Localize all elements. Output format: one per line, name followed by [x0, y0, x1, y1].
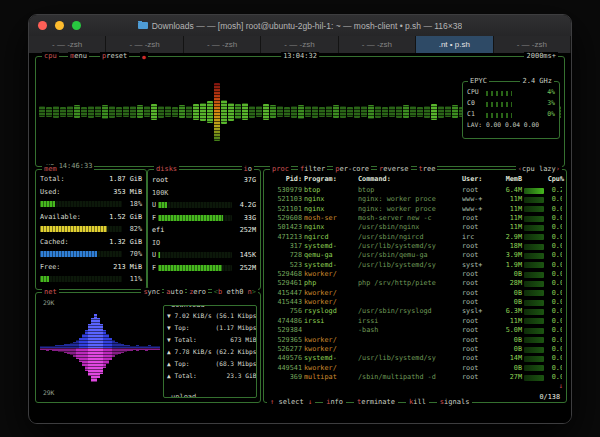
process-cpu-mini-graph — [524, 253, 544, 259]
mem-usage-bar-row: 11% — [40, 273, 142, 286]
load-average: LAV: 0.00 0.04 0.00 — [467, 121, 555, 128]
kill-key[interactable]: kill — [406, 398, 429, 407]
process-row[interactable]: 449576systemd-/usr/lib/systemd/syroot14M… — [268, 354, 562, 363]
mem-usage-bar — [40, 276, 122, 282]
terminate-key[interactable]: terminate — [354, 398, 398, 407]
disks-panel: disks io root37G100KU4.2GF33Gefi252MIOU1… — [147, 169, 261, 290]
process-row[interactable]: 521103nginxnginx: worker procewww-+11M0.… — [268, 195, 562, 204]
disk-usage-bar — [158, 202, 232, 208]
process-row[interactable]: 529384-bashroot5.0M0.0 — [268, 326, 562, 335]
zoom-button[interactable] — [72, 21, 81, 30]
process-row[interactable]: 415447kworker/root0B0.0 — [268, 289, 562, 298]
menu-button[interactable]: menu — [68, 52, 89, 61]
process-row[interactable]: 523systemd-/usr/lib/systemd/sysyst+1.9M0… — [268, 261, 562, 270]
net-stat-line: ▲ 7.78 KiB/s (62.2 Kibps) — [167, 346, 255, 358]
mem-total-row: Total: 1.87 GiB — [40, 173, 142, 186]
process-row[interactable]: 521101nginxnginx: worker procewww-+11M0.… — [268, 205, 562, 214]
net-stat-line: ▼ Total: 673 MiB — [167, 334, 255, 346]
sync-toggle[interactable]: sync — [141, 288, 162, 297]
terminal-tab[interactable]: - — -zsh — [261, 36, 338, 53]
process-row[interactable]: 474486irssiirssiroot11M0.0 — [268, 317, 562, 326]
update-indicator-icon: ● — [140, 52, 148, 61]
mem-metric-row: Used:353 MiB — [40, 186, 142, 199]
terminal-tab[interactable]: .nt • p.sh — [416, 36, 493, 53]
disk-usage-bar-row: U4.2G — [152, 199, 256, 212]
memory-panel: mem Total: 1.87 GiB Used:353 MiB18%Avail… — [35, 169, 147, 290]
process-row[interactable]: 317systemd-/usr/lib/systemd/syroot18M0.0 — [268, 242, 562, 251]
net-scale-top: 29K — [42, 299, 55, 306]
header-user[interactable]: User: — [462, 175, 494, 183]
cpu-panel-title: cpu — [42, 52, 59, 61]
upload-label: upload — [169, 393, 198, 398]
disks-panel-title: disks — [154, 165, 179, 174]
disk-io-value: IO — [152, 237, 256, 250]
disk-usage-bar — [158, 252, 232, 258]
network-traffic-graph — [40, 301, 162, 394]
process-row[interactable]: 728qemu-ga/usr/sbin/qemu-garoot3.9M0.0 — [268, 251, 562, 260]
disk-usage-bar — [158, 265, 232, 271]
mem-usage-bar-row: 70% — [40, 248, 142, 261]
process-cpu-mini-graph — [524, 375, 544, 381]
process-cpu-mini-graph — [524, 262, 544, 268]
process-row[interactable]: 530979btopbtoproot6.4M0.2 — [268, 186, 562, 195]
reverse-toggle[interactable]: reverse — [377, 165, 411, 174]
process-cpu-mini-graph — [524, 234, 544, 240]
header-program[interactable]: Program: — [304, 175, 356, 183]
signals-key[interactable]: signals — [437, 398, 473, 407]
footer-keybar: ↑ select ↓ infoterminatekillsignals — [267, 398, 472, 407]
process-row[interactable]: 529365kworker/root0B0.0 — [268, 336, 562, 345]
header-pid[interactable]: Pid: — [268, 175, 302, 183]
close-button[interactable] — [38, 21, 47, 30]
preset-button[interactable]: preset — [100, 52, 129, 61]
process-row[interactable]: 756rsyslogd/usr/sbin/rsyslogdsysl+6.3M0.… — [268, 307, 562, 316]
terminal-tab[interactable]: - — -zsh — [29, 36, 106, 53]
process-row[interactable]: 529608mosh-sermosh-server new -croot11M0… — [268, 214, 562, 223]
process-row[interactable]: 501423nginx/usr/sbin/nginxroot11M0.0 — [268, 223, 562, 232]
info-key[interactable]: info — [323, 398, 346, 407]
process-cpu-mini-graph — [524, 197, 544, 203]
terminal-tab[interactable]: - — -zsh — [494, 36, 571, 53]
net-stat-line: ▼ 7.02 KiB/s (56.1 Kibps) — [167, 310, 255, 322]
window-titlebar[interactable]: Downloads — — [mosh] root@ubuntu-2gb-hil… — [29, 15, 571, 36]
process-cpu-mini-graph — [524, 309, 544, 315]
header-command[interactable]: Command: — [358, 175, 460, 183]
core-mini-graph — [486, 91, 534, 96]
minimize-button[interactable] — [55, 21, 64, 30]
per-core-toggle[interactable]: per-core — [333, 165, 371, 174]
terminal-tab[interactable]: - — -zsh — [184, 36, 261, 53]
io-toggle[interactable]: io — [242, 165, 254, 174]
auto-toggle[interactable]: auto — [164, 288, 185, 297]
sort-selector[interactable]: ‹cpu lazy› — [516, 165, 562, 174]
filter-toggle[interactable]: filter — [298, 165, 327, 174]
process-cpu-mini-graph — [524, 347, 544, 353]
process-cpu-mini-graph — [524, 188, 544, 194]
terminal-tab[interactable]: - — -zsh — [106, 36, 183, 53]
interface-selector[interactable]: <b eth0 n> — [212, 288, 258, 297]
process-row[interactable]: 449541kworker/root0B0.0 — [268, 364, 562, 373]
process-row[interactable]: 471213ngircd/usr/sbin/ngircdirc2.9M0.0 — [268, 233, 562, 242]
scroll-down-icon[interactable]: ↓ — [559, 382, 563, 390]
core-mini-graph — [486, 102, 534, 107]
process-row[interactable]: 369multipat/sbin/multipathd -droot27M0.0 — [268, 373, 562, 382]
tree-toggle[interactable]: tree — [417, 165, 438, 174]
net-stat-line: ▲ Total: 23.3 GiB — [167, 370, 255, 382]
select-keys[interactable]: ↑ select ↓ — [267, 398, 315, 407]
process-cpu-mini-graph — [524, 281, 544, 287]
mem-metric-row: Cached:1.32 GiB — [40, 236, 142, 249]
process-cpu-mini-graph — [524, 216, 544, 222]
process-row[interactable]: 529461phpphp /srv/http/pieteroot28M0.0 — [268, 279, 562, 288]
process-row[interactable]: 415443kworker/root0B0.0 — [268, 298, 562, 307]
process-row[interactable]: 529468kworker/root0B0.0 — [268, 270, 562, 279]
terminal-tab[interactable]: - — -zsh — [339, 36, 416, 53]
zero-toggle[interactable]: zero — [187, 288, 208, 297]
scroll-up-icon[interactable]: ↑ — [559, 175, 563, 183]
process-row[interactable]: 526277kworker/root0B0.0 — [268, 345, 562, 354]
process-counter: 0/138 — [540, 393, 560, 401]
traffic-lights — [38, 21, 81, 30]
cpu-frequency: 2.4 GHz — [520, 77, 554, 86]
mem-usage-bar — [40, 226, 122, 232]
disk-usage-bar-row: F33G — [152, 212, 256, 225]
header-mem[interactable]: MemB — [496, 175, 522, 183]
update-interval[interactable]: 2000ms+ — [524, 52, 558, 61]
mem-usage-bar — [40, 251, 122, 257]
